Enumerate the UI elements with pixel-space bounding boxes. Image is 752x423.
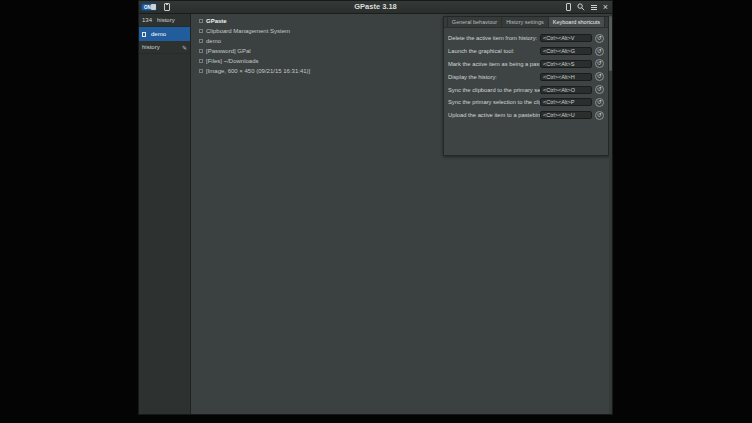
sidebar-history-switcher[interactable]: history ✎ [139, 41, 190, 54]
reset-shortcut-button[interactable]: ↺ [595, 72, 604, 81]
shortcut-label: Mark the active item as being a password… [448, 61, 540, 67]
shortcut-label: Sync the primary selection to the clipbo… [448, 99, 540, 105]
history-item-count: 134 [142, 17, 152, 23]
shortcut-input[interactable] [540, 60, 592, 68]
reset-shortcut-button[interactable]: ↺ [595, 47, 604, 56]
shortcut-row: Launch the graphical tool: ↺ [448, 45, 604, 58]
gpaste-window: ON GPaste 3.18 × 134 history demo [138, 0, 613, 415]
shortcut-input[interactable] [540, 47, 592, 55]
scrollbar[interactable] [609, 14, 612, 414]
history-name: history [142, 44, 160, 50]
shortcut-row: Delete the active item from history: ↺ [448, 32, 604, 45]
item-label: [Password] GPal [206, 48, 251, 54]
shortcut-label: Upload the active item to a pastebin ser… [448, 112, 540, 118]
item-icon [199, 19, 203, 23]
reset-shortcut-button[interactable]: ↺ [595, 34, 604, 43]
shortcut-input[interactable] [540, 73, 592, 81]
history-name: demo [151, 31, 166, 37]
shortcut-input[interactable] [540, 98, 592, 106]
tab-general-behaviour[interactable]: General behaviour [447, 17, 502, 27]
tab-history-settings[interactable]: History settings [502, 17, 549, 27]
shortcut-input[interactable] [540, 86, 592, 94]
clipboard-list-area: GPaste Clipboard Management System demo … [191, 14, 612, 414]
tracking-switch[interactable]: ON [141, 3, 157, 11]
reset-shortcut-button[interactable]: ↺ [595, 59, 604, 68]
settings-tabs: General behaviour History settings Keybo… [444, 17, 608, 28]
menu-icon[interactable] [591, 5, 597, 10]
close-icon[interactable]: × [603, 3, 608, 12]
shortcut-row: Sync the clipboard to the primary select… [448, 83, 604, 96]
shortcut-row: Display the history: ↺ [448, 70, 604, 83]
history-sidebar: 134 history demo history ✎ [139, 14, 191, 414]
switch-knob [151, 4, 156, 10]
item-label: demo [206, 38, 221, 44]
shortcut-label: Delete the active item from history: [448, 35, 540, 41]
item-icon [199, 69, 203, 73]
reset-shortcut-button[interactable]: ↺ [595, 85, 604, 94]
tab-keyboard-shortcuts[interactable]: Keyboard shortcuts [549, 17, 605, 27]
item-icon [199, 39, 203, 43]
shortcut-label: Launch the graphical tool: [448, 48, 540, 54]
shortcut-row: Mark the active item as being a password… [448, 58, 604, 71]
reset-shortcut-button[interactable]: ↺ [595, 98, 604, 107]
item-label: [Files] ~/Downloads [206, 58, 259, 64]
shortcut-row: Upload the active item to a pastebin ser… [448, 109, 604, 122]
shortcut-label: Sync the clipboard to the primary select… [448, 87, 540, 93]
history-icon [142, 32, 146, 37]
sidebar-item-history[interactable]: 134 history [139, 14, 190, 27]
reset-shortcut-button[interactable]: ↺ [595, 111, 604, 120]
sidebar-item-demo[interactable]: demo [139, 27, 190, 41]
search-icon[interactable] [577, 3, 585, 11]
shortcut-input[interactable] [540, 34, 592, 42]
settings-panel: General behaviour History settings Keybo… [443, 16, 609, 156]
item-icon [199, 49, 203, 53]
item-icon [199, 59, 203, 63]
shortcut-rows: Delete the active item from history: ↺ L… [444, 28, 608, 122]
shortcut-row: Sync the primary selection to the clipbo… [448, 96, 604, 109]
item-label: Clipboard Management System [206, 28, 290, 34]
history-name: history [157, 17, 175, 23]
shortcut-input[interactable] [540, 111, 592, 119]
shortcut-label: Display the history: [448, 74, 540, 80]
edit-icon[interactable]: ✎ [182, 44, 187, 51]
clipboard-icon[interactable] [164, 3, 170, 11]
item-icon [199, 29, 203, 33]
tracking-switch-label: ON [144, 4, 151, 11]
headerbar: ON GPaste 3.18 × [139, 1, 612, 14]
window-title: GPaste 3.18 [139, 1, 612, 13]
upload-icon[interactable] [566, 3, 571, 11]
item-label: [Image, 600 × 450 (09/21/15 16:31:41)] [206, 68, 310, 74]
item-label: GPaste [206, 18, 227, 24]
scrollbar-thumb[interactable] [609, 16, 612, 71]
